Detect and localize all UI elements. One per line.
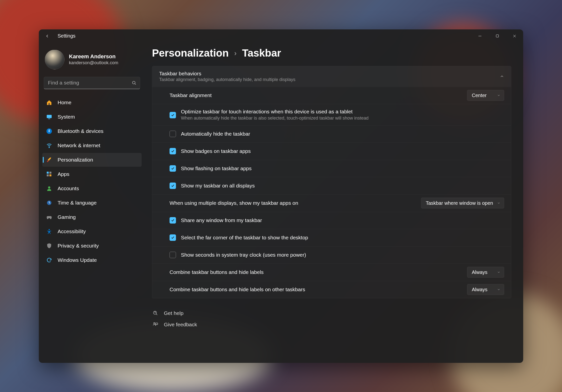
row-far-corner[interactable]: Select the far corner of the taskbar to … <box>152 229 511 246</box>
multi-display-label: When using multiple displays, show my ta… <box>170 200 421 206</box>
nav: Home System Bluetooth & devices Network … <box>42 96 142 267</box>
paintbrush-icon <box>46 156 53 163</box>
window-title: Settings <box>58 33 75 39</box>
nav-accessibility[interactable]: Accessibility <box>42 225 142 238</box>
far-corner-label: Select the far corner of the taskbar to … <box>181 235 504 241</box>
show-seconds-checkbox[interactable] <box>170 252 176 258</box>
multi-display-select[interactable]: Taskbar where window is open <box>421 198 504 208</box>
nav-label: Personalization <box>58 157 93 163</box>
settings-window: Settings Kareem Anderson kanderson@outlo… <box>39 29 523 363</box>
select-value: Always <box>472 269 487 275</box>
row-all-displays[interactable]: Show my taskbar on all displays <box>152 177 511 194</box>
row-show-seconds[interactable]: Show seconds in system tray clock (uses … <box>152 246 511 264</box>
alignment-label: Taskbar alignment <box>170 92 467 98</box>
home-icon <box>46 99 53 106</box>
nav-accounts[interactable]: Accounts <box>42 182 142 195</box>
row-badges[interactable]: Show badges on taskbar apps <box>152 143 511 160</box>
svg-rect-6 <box>49 103 50 105</box>
svg-rect-14 <box>49 174 51 176</box>
svg-rect-12 <box>49 172 51 174</box>
svg-rect-21 <box>156 323 158 324</box>
minimize-icon <box>478 34 482 38</box>
row-combine-other: Combine taskbar buttons and hide labels … <box>152 281 511 298</box>
taskbar-behaviors-panel: Taskbar behaviors Taskbar alignment, bad… <box>152 66 511 298</box>
row-combine: Combine taskbar buttons and hide labels … <box>152 264 511 281</box>
combine-select[interactable]: Always <box>467 267 504 278</box>
svg-line-19 <box>156 314 157 315</box>
user-email: kanderson@outlook.com <box>69 60 118 65</box>
row-share-window[interactable]: Share any window from my taskbar <box>152 212 511 229</box>
back-button[interactable] <box>43 32 52 41</box>
search-input[interactable] <box>44 77 140 89</box>
nav-apps[interactable]: Apps <box>42 167 142 181</box>
minimize-button[interactable] <box>471 29 489 43</box>
nav-home[interactable]: Home <box>42 96 142 109</box>
badges-checkbox[interactable] <box>170 148 176 154</box>
nav-label: System <box>58 114 75 120</box>
nav-gaming[interactable]: Gaming <box>42 210 142 224</box>
optimize-touch-sub: When automatically hide the taskbar is a… <box>181 116 504 121</box>
maximize-button[interactable] <box>489 29 506 43</box>
breadcrumb-parent[interactable]: Personalization <box>152 47 229 59</box>
auto-hide-checkbox[interactable] <box>170 131 176 137</box>
footer-links: Get help Give feedback <box>152 310 511 328</box>
nav-personalization[interactable]: Personalization <box>42 153 142 167</box>
nav-bluetooth[interactable]: Bluetooth & devices <box>42 124 142 138</box>
nav-privacy[interactable]: Privacy & security <box>42 239 142 253</box>
combine-other-select[interactable]: Always <box>467 284 504 295</box>
select-value: Always <box>472 287 487 292</box>
all-displays-checkbox[interactable] <box>170 183 176 189</box>
chevron-up-icon <box>500 74 504 79</box>
avatar <box>45 50 65 69</box>
flashing-checkbox[interactable] <box>170 165 176 172</box>
nav-label: Apps <box>58 171 69 177</box>
nav-windows-update[interactable]: Windows Update <box>42 253 142 267</box>
panel-subtitle: Taskbar alignment, badging, automaticall… <box>159 77 295 82</box>
far-corner-checkbox[interactable] <box>170 234 176 241</box>
row-flashing[interactable]: Show flashing on taskbar apps <box>152 160 511 177</box>
panel-title: Taskbar behaviors <box>159 71 295 77</box>
nav-label: Accounts <box>58 186 79 191</box>
nav-network[interactable]: Network & internet <box>42 139 142 152</box>
bluetooth-icon <box>46 128 53 135</box>
all-displays-label: Show my taskbar on all displays <box>181 183 504 189</box>
share-window-checkbox[interactable] <box>170 217 176 224</box>
help-icon <box>152 310 159 317</box>
svg-point-10 <box>49 147 49 147</box>
profile-block[interactable]: Kareem Anderson kanderson@outlook.com <box>42 47 142 75</box>
chevron-down-icon <box>497 201 500 205</box>
svg-point-4 <box>132 81 135 84</box>
alignment-select[interactable]: Center <box>467 90 504 101</box>
row-taskbar-alignment: Taskbar alignment Center <box>152 87 511 104</box>
nav-label: Time & language <box>58 200 97 206</box>
clock-globe-icon <box>46 199 53 206</box>
gamepad-icon <box>46 214 53 221</box>
get-help-link[interactable]: Get help <box>152 310 511 317</box>
give-feedback-link[interactable]: Give feedback <box>152 321 511 328</box>
nav-time-language[interactable]: Time & language <box>42 196 142 210</box>
chevron-right-icon: › <box>234 49 237 57</box>
row-auto-hide[interactable]: Automatically hide the taskbar <box>152 125 511 143</box>
close-button[interactable] <box>506 29 523 43</box>
apps-icon <box>46 171 53 178</box>
panel-header[interactable]: Taskbar behaviors Taskbar alignment, bad… <box>152 66 511 87</box>
row-optimize-touch[interactable]: Optimize taskbar for touch interactions … <box>152 104 511 125</box>
nav-label: Gaming <box>58 214 76 220</box>
svg-point-15 <box>48 186 50 188</box>
window-controls <box>471 29 523 43</box>
svg-point-20 <box>154 322 155 324</box>
close-icon <box>513 34 516 38</box>
wifi-icon <box>46 142 53 149</box>
optimize-touch-checkbox[interactable] <box>170 112 176 118</box>
auto-hide-label: Automatically hide the taskbar <box>181 131 504 137</box>
breadcrumb: Personalization › Taskbar <box>152 47 511 59</box>
svg-point-9 <box>46 128 52 134</box>
nav-system[interactable]: System <box>42 110 142 124</box>
sidebar: Kareem Anderson kanderson@outlook.com Ho… <box>39 43 145 363</box>
nav-label: Bluetooth & devices <box>58 128 104 134</box>
select-value: Center <box>472 93 487 98</box>
badges-label: Show badges on taskbar apps <box>181 148 504 154</box>
breadcrumb-current: Taskbar <box>242 47 281 59</box>
nav-label: Network & internet <box>58 143 100 148</box>
combine-other-label: Combine taskbar buttons and hide labels … <box>170 287 467 292</box>
